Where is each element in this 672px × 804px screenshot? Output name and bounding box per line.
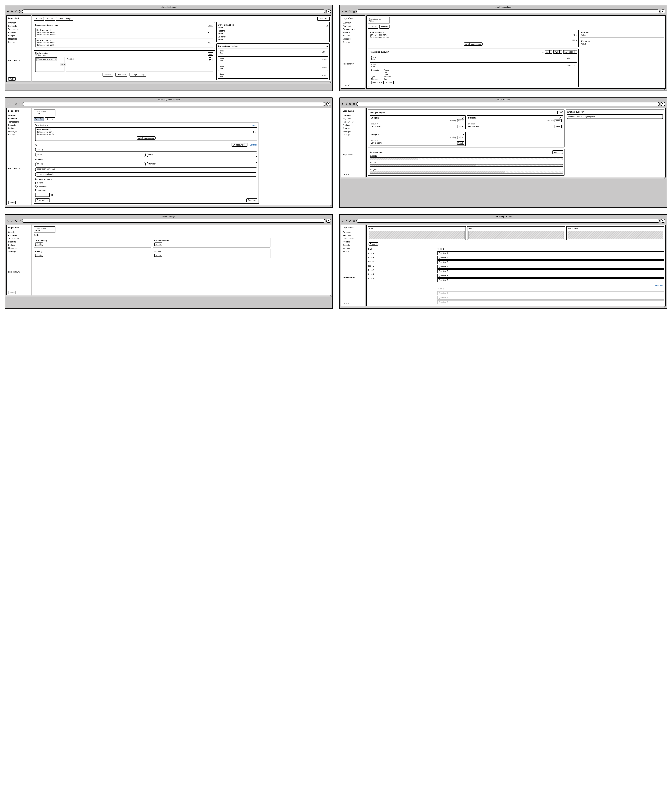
sidebar-item-products[interactable]: Products	[343, 240, 364, 243]
faq-item[interactable]: Question 5	[437, 270, 664, 273]
nav-home-icon[interactable]	[18, 10, 21, 13]
receive-button[interactable]: Receive	[45, 17, 55, 21]
chevron-up-icon[interactable]	[573, 64, 576, 67]
name-input[interactable]: name	[35, 153, 146, 157]
search-button[interactable]	[661, 219, 665, 223]
profile-button[interactable]: Profile	[8, 77, 16, 80]
url-bar[interactable]	[356, 10, 660, 13]
nav-forward-icon[interactable]	[10, 10, 13, 13]
continue-button[interactable]: Continue	[246, 198, 257, 202]
sidebar-item-transactions[interactable]: Transactions	[343, 28, 364, 31]
topic-item[interactable]: Topic 7	[368, 273, 436, 276]
sidebar-item-budgets[interactable]: Budgets	[8, 243, 29, 247]
switch-account-button[interactable]: switch bank account	[464, 42, 483, 46]
more-icon[interactable]	[212, 42, 212, 44]
sidebar-item-messages[interactable]: Messages	[8, 130, 29, 133]
tx-row[interactable]: NameDateValue	[218, 64, 328, 71]
sidebar-item-overview[interactable]: Overview	[8, 114, 29, 117]
sidebar-item-settings[interactable]: Settings	[8, 41, 29, 44]
to-mode-select[interactable]: My accounts	[232, 143, 248, 147]
tx-row[interactable]: NameDateValue	[218, 49, 328, 55]
sidebar-item-budgets[interactable]: Budgets	[343, 243, 364, 247]
share-icon[interactable]	[573, 34, 576, 36]
profile-button[interactable]: Profile	[343, 84, 350, 87]
contact-branch[interactable]: Find branch	[566, 226, 664, 240]
topic-item[interactable]: Topic 6	[368, 269, 436, 271]
profile-button[interactable]: Profile	[8, 291, 16, 294]
iban-input[interactable]: IBAN	[147, 153, 257, 157]
modify-privacy-button[interactable]: Modify	[35, 253, 43, 257]
nav-stop-icon[interactable]	[349, 10, 352, 13]
nav-forward-icon[interactable]	[10, 219, 13, 222]
sidebar-item-overview[interactable]: Overview	[343, 231, 364, 234]
profile-button[interactable]: Profile	[343, 173, 350, 176]
contacts-link[interactable]: Contacts	[250, 144, 257, 146]
sidebar-item-settings[interactable]: Settings	[8, 250, 29, 253]
receive-button[interactable]: Receive	[379, 25, 389, 29]
sidebar-item-budgets[interactable]: Budgets	[8, 34, 29, 37]
transfer-button[interactable]: Transfer	[34, 17, 44, 21]
nav-back-icon[interactable]	[341, 219, 344, 222]
sidebar-item-overview[interactable]: Overview	[8, 21, 29, 24]
nav-back-icon[interactable]	[341, 10, 344, 13]
account-1[interactable]: Bank account 1 Bank accounts name Bank a…	[35, 28, 214, 37]
chevron-down-icon[interactable]	[573, 57, 576, 59]
search-icon[interactable]	[542, 51, 544, 53]
gear-icon[interactable]	[462, 116, 464, 119]
topic-item[interactable]: Topic 1	[368, 248, 436, 251]
sidebar-item-settings[interactable]: Settings	[343, 133, 364, 136]
sidebar-item-products[interactable]: Products	[8, 31, 29, 34]
sidebar-item-settings[interactable]: Settings	[8, 133, 29, 136]
next-card-button[interactable]: next	[60, 63, 66, 66]
nav-back-icon[interactable]	[7, 103, 10, 106]
url-bar[interactable]	[22, 102, 325, 106]
filter-all[interactable]: All	[545, 50, 552, 54]
sidebar-item-settings[interactable]: Settings	[343, 250, 364, 253]
sidebar-item-payments[interactable]: Payments	[343, 234, 364, 237]
currency-input[interactable]: currency	[147, 162, 257, 166]
filter-period[interactable]: Last week	[563, 50, 577, 54]
nav-forward-icon[interactable]	[345, 219, 348, 222]
faq-item[interactable]: Question 2	[437, 256, 664, 260]
profile-button[interactable]: Profile	[8, 201, 16, 204]
transfer-button[interactable]: Transfer	[368, 25, 378, 29]
help-link-card[interactable]: Need help with creating budgets?	[567, 114, 663, 119]
modify-access-button[interactable]: Modify	[154, 253, 162, 257]
sidebar-item-help[interactable]: Help centrum	[343, 276, 364, 279]
search-button[interactable]	[326, 102, 331, 106]
nav-back-icon[interactable]	[7, 219, 10, 222]
url-bar[interactable]	[356, 102, 660, 106]
arrow-right-icon[interactable]	[326, 45, 328, 47]
budget-card[interactable]: Budget 1 Monthlyvalue amount % Left to s…	[370, 132, 466, 146]
sidebar-item-messages[interactable]: Messages	[343, 130, 364, 133]
contact-phone[interactable]: Phone	[467, 226, 565, 240]
sidebar-item-products[interactable]: Products	[343, 31, 364, 34]
add-budget-button[interactable]: Add	[557, 111, 563, 114]
save-later-button[interactable]: Save for later	[35, 198, 50, 202]
sidebar-item-messages[interactable]: Messages	[343, 38, 364, 40]
profile-button[interactable]: Profile	[343, 302, 350, 305]
show-more-link[interactable]: show more	[655, 284, 664, 286]
sidebar-item-help[interactable]: Help centrum	[8, 270, 29, 273]
sidebar-item-transactions[interactable]: Transactions	[343, 121, 364, 123]
nav-home-icon[interactable]	[352, 103, 356, 106]
sidebar-item-transactions[interactable]: Transactions	[8, 121, 29, 123]
faq-item[interactable]: Question 6	[437, 274, 664, 278]
sidebar-item-messages[interactable]: Messages	[8, 38, 29, 40]
add-card-button[interactable]: add	[208, 52, 214, 56]
sidebar-item-transactions[interactable]: Transactions	[343, 237, 364, 240]
schedule-recurring[interactable]: reccuring	[35, 185, 257, 188]
budget-card[interactable]: Budget 1 Monthlyvalue amount % Left to s…	[370, 115, 466, 129]
switch-account-button[interactable]: switch bank account	[137, 136, 155, 140]
sidebar-item-help[interactable]: Help centrum	[343, 62, 364, 65]
nav-stop-icon[interactable]	[349, 103, 352, 106]
nav-back-icon[interactable]	[7, 10, 10, 13]
sidebar-item-payments[interactable]: Payments	[8, 25, 29, 28]
sidebar-item-help[interactable]: Help centrum	[8, 59, 29, 62]
view-pdf-button[interactable]: view as PDF	[371, 81, 384, 84]
modify-communication-button[interactable]: Modify	[154, 242, 162, 246]
sidebar-item-messages[interactable]: Messages	[8, 247, 29, 250]
faq-item[interactable]: Question 7	[437, 278, 664, 282]
sidebar-item-payments[interactable]: Payments	[343, 25, 364, 28]
sidebar-item-overview[interactable]: Overview	[343, 21, 364, 24]
